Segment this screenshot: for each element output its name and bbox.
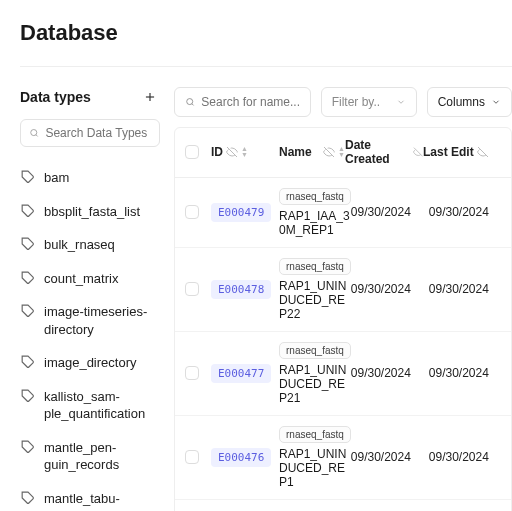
col-checkbox xyxy=(185,145,211,159)
tag-icon xyxy=(20,204,36,218)
svg-line-16 xyxy=(192,104,194,106)
tag-icon xyxy=(20,355,36,369)
id-badge[interactable]: E000477 xyxy=(211,364,271,383)
sort-icon: ▲▼ xyxy=(338,146,345,158)
row-name: RAP1_UNINDUCED_REP22 xyxy=(279,279,351,321)
id-badge[interactable]: E000479 xyxy=(211,203,271,222)
table: ID ▲▼ Name ▲▼ Date Created xyxy=(174,127,512,511)
sidebar-item[interactable]: count_matrix xyxy=(20,262,160,296)
sort-icon: ▲▼ xyxy=(241,146,248,158)
tag-icon xyxy=(20,440,36,454)
id-badge[interactable]: E000478 xyxy=(211,280,271,299)
add-data-type-button[interactable] xyxy=(140,87,160,107)
sidebar-item-label: count_matrix xyxy=(44,270,118,288)
type-badge: rnaseq_fastq xyxy=(279,342,351,359)
sidebar-item[interactable]: image-timeseries-directory xyxy=(20,295,160,346)
svg-line-3 xyxy=(36,135,38,137)
last-edit-cell: 09/30/2024 xyxy=(429,366,507,380)
table-row: E000476rnaseq_fastqRAP1_UNINDUCED_REP109… xyxy=(175,416,511,500)
sidebar-item-label: image-timeseries-directory xyxy=(44,303,160,338)
row-checkbox[interactable] xyxy=(185,205,199,219)
last-edit-cell: 09/30/2024 xyxy=(429,282,507,296)
sidebar-item-label: kallisto_sam­ple_quantification xyxy=(44,388,160,423)
search-icon xyxy=(185,96,195,108)
page-title: Database xyxy=(20,20,512,46)
row-checkbox[interactable] xyxy=(185,282,199,296)
date-created-cell: 09/30/2024 xyxy=(351,205,429,219)
col-last-edit-header[interactable]: Last Edit xyxy=(423,145,501,159)
tag-icon xyxy=(20,170,36,184)
sidebar-item-label: image_directory xyxy=(44,354,137,372)
search-icon xyxy=(29,127,39,139)
tag-icon xyxy=(20,237,36,251)
table-row: E000475rnaseq_fastqWT_REP209/30/202409/3… xyxy=(175,500,511,511)
sidebar-item[interactable]: mantle_tabu­lar_penguins xyxy=(20,482,160,511)
svg-point-2 xyxy=(31,130,37,136)
row-name: RAP1_UNINDUCED_REP1 xyxy=(279,447,351,489)
eye-off-icon xyxy=(226,146,238,158)
col-id-header[interactable]: ID ▲▼ xyxy=(211,145,279,159)
col-date-created-header[interactable]: Date Created xyxy=(345,138,423,167)
tag-icon xyxy=(20,304,36,318)
sidebar-item[interactable]: image_directory xyxy=(20,346,160,380)
svg-point-15 xyxy=(187,99,193,105)
sidebar-heading: Data types xyxy=(20,89,91,105)
date-created-cell: 09/30/2024 xyxy=(351,450,429,464)
date-created-cell: 09/30/2024 xyxy=(351,366,429,380)
sidebar-search[interactable] xyxy=(20,119,160,147)
divider xyxy=(20,66,512,67)
table-search-input[interactable] xyxy=(201,95,299,109)
row-name: RAP1_UNINDUCED_REP21 xyxy=(279,363,351,405)
type-badge: rnaseq_fastq xyxy=(279,188,351,205)
table-search[interactable] xyxy=(174,87,311,117)
sidebar: Data types bambbsplit_fasta_listbulk_rna… xyxy=(20,87,160,511)
sidebar-item[interactable]: bbsplit_fasta_list xyxy=(20,195,160,229)
sidebar-item[interactable]: bulk_rnaseq xyxy=(20,228,160,262)
columns-label: Columns xyxy=(438,95,485,109)
sidebar-item-label: bbsplit_fasta_list xyxy=(44,203,140,221)
filter-label: Filter by.. xyxy=(332,95,380,109)
tag-icon xyxy=(20,389,36,403)
type-badge: rnaseq_fastq xyxy=(279,258,351,275)
type-badge: rnaseq_fastq xyxy=(279,426,351,443)
date-created-cell: 09/30/2024 xyxy=(351,282,429,296)
table-row: E000477rnaseq_fastqRAP1_UNINDUCED_REP210… xyxy=(175,332,511,416)
eye-off-icon xyxy=(413,146,423,158)
last-edit-cell: 09/30/2024 xyxy=(429,205,507,219)
id-badge[interactable]: E000476 xyxy=(211,448,271,467)
sidebar-item-label: mantle_tabu­lar_penguins xyxy=(44,490,160,511)
plus-icon xyxy=(143,90,157,104)
table-header: ID ▲▼ Name ▲▼ Date Created xyxy=(175,128,511,178)
eye-off-icon xyxy=(323,146,335,158)
sidebar-item[interactable]: bam xyxy=(20,161,160,195)
table-row: E000478rnaseq_fastqRAP1_UNINDUCED_REP220… xyxy=(175,248,511,332)
main: Filter by.. Columns ID ▲▼ xyxy=(174,87,512,511)
chevron-down-icon xyxy=(491,97,501,107)
filter-dropdown[interactable]: Filter by.. xyxy=(321,87,417,117)
last-edit-cell: 09/30/2024 xyxy=(429,450,507,464)
row-checkbox[interactable] xyxy=(185,450,199,464)
sidebar-item-label: mantle_pen­guin_records xyxy=(44,439,160,474)
table-row: E000479rnaseq_fastqRAP1_IAA_30M_REP109/3… xyxy=(175,178,511,248)
sidebar-item[interactable]: kallisto_sam­ple_quantification xyxy=(20,380,160,431)
tag-icon xyxy=(20,491,36,505)
sidebar-item-label: bulk_rnaseq xyxy=(44,236,115,254)
table-body: E000479rnaseq_fastqRAP1_IAA_30M_REP109/3… xyxy=(175,178,511,511)
tag-icon xyxy=(20,271,36,285)
col-name-header[interactable]: Name ▲▼ xyxy=(279,145,345,159)
data-type-list: bambbsplit_fasta_listbulk_rnaseqcount_ma… xyxy=(20,161,160,511)
eye-off-icon xyxy=(477,146,489,158)
columns-dropdown[interactable]: Columns xyxy=(427,87,512,117)
sidebar-search-input[interactable] xyxy=(45,126,151,140)
row-checkbox[interactable] xyxy=(185,366,199,380)
sidebar-item[interactable]: mantle_pen­guin_records xyxy=(20,431,160,482)
chevron-down-icon xyxy=(396,97,406,107)
select-all-checkbox[interactable] xyxy=(185,145,199,159)
row-name: RAP1_IAA_30M_REP1 xyxy=(279,209,351,237)
sidebar-item-label: bam xyxy=(44,169,69,187)
